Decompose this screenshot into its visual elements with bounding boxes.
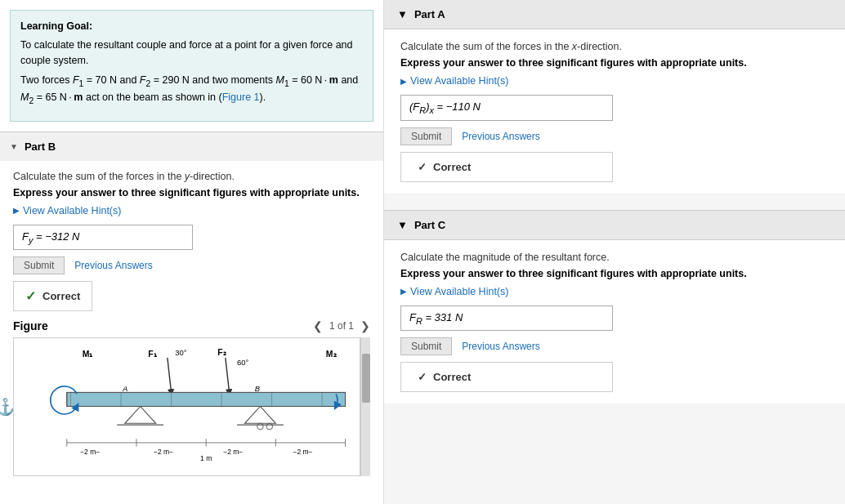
part-b-label: Part B (25, 140, 56, 153)
scrollbar-thumb[interactable] (362, 354, 370, 403)
part-b-check-icon: ✓ (25, 288, 36, 304)
part-c-correct-label: Correct (433, 371, 471, 383)
svg-text:30°: 30° (175, 348, 187, 357)
part-a-content: Calculate the sum of the forces in the x… (384, 29, 845, 194)
svg-marker-18 (125, 407, 156, 424)
learning-goal-title: Learning Goal: (20, 19, 363, 34)
part-c-instruction: Express your answer to three significant… (400, 268, 829, 279)
svg-text:M₂: M₂ (326, 350, 337, 359)
part-c-section: ▼ Part C Calculate the magnitude of the … (384, 210, 845, 404)
figure-title: Figure (13, 319, 48, 332)
svg-text:A: A (122, 384, 127, 393)
figure-section: Figure ❮ 1 of 1 ❯ ⚓ M₁ F₁ (13, 319, 370, 476)
learning-goal-box: Learning Goal: To calculate the resultan… (10, 10, 373, 122)
part-a-submit-button[interactable]: Submit (400, 127, 452, 145)
svg-text:−2 m−: −2 m− (80, 448, 100, 456)
figure-next-button[interactable]: ❯ (360, 319, 370, 332)
svg-point-23 (266, 423, 273, 430)
part-a-section: ▼ Part A Calculate the sum of the forces… (384, 0, 845, 194)
part-a-answer-field[interactable]: (FR)x = −110 N (400, 95, 613, 121)
part-c-content: Calculate the magnitude of the resultant… (384, 240, 845, 404)
learning-goal-text2: Two forces F1 = 70 N and F2 = 290 N and … (20, 73, 363, 107)
beam-figure: M₁ F₁ 30° F₂ 60° M₂ (20, 345, 353, 467)
figure-scrollbar[interactable] (360, 337, 370, 476)
svg-marker-20 (244, 407, 275, 424)
part-b-correct-badge: ✓ Correct (13, 281, 92, 311)
part-c-submit-row: Submit Previous Answers (400, 337, 829, 355)
figure-prev-button[interactable]: ❮ (313, 319, 323, 332)
part-c-arrow-icon: ▼ (397, 219, 408, 231)
part-a-instruction: Express your answer to three significant… (400, 57, 829, 69)
left-panel: Learning Goal: To calculate the resultan… (0, 0, 384, 504)
part-b-hint[interactable]: ▶ View Available Hint(s) (13, 205, 370, 216)
svg-line-6 (168, 358, 172, 393)
part-b-header[interactable]: ▼ Part B (0, 132, 383, 161)
part-a-header[interactable]: ▼ Part A (384, 0, 845, 29)
svg-rect-8 (67, 393, 346, 407)
part-a-hint-arrow-icon: ▶ (400, 77, 407, 86)
part-c-hint[interactable]: ▶ View Available Hint(s) (400, 286, 829, 297)
right-panel: ▼ Part A Calculate the sum of the forces… (384, 0, 845, 504)
part-a-hint[interactable]: ▶ View Available Hint(s) (400, 75, 829, 87)
part-c-answer-field[interactable]: FR = 331 N (400, 306, 613, 332)
part-c-submit-button[interactable]: Submit (400, 337, 452, 355)
svg-text:M₁: M₁ (83, 350, 93, 359)
svg-point-22 (257, 423, 264, 430)
part-a-previous-answers-link[interactable]: Previous Answers (462, 131, 539, 142)
svg-text:−2 m−: −2 m− (293, 448, 312, 456)
part-b-section: ▼ Part B Calculate the sum of the forces… (0, 132, 383, 487)
part-a-correct-label: Correct (433, 161, 471, 173)
part-c-description: Calculate the magnitude of the resultant… (400, 252, 829, 263)
part-b-previous-answers-link[interactable]: Previous Answers (74, 260, 152, 271)
part-b-arrow: ▼ (10, 142, 18, 151)
part-c-label: Part C (414, 219, 445, 231)
part-c-hint-arrow-icon: ▶ (400, 287, 407, 296)
part-a-submit-row: Submit Previous Answers (400, 127, 829, 145)
svg-text:F₁: F₁ (148, 350, 156, 359)
part-c-header[interactable]: ▼ Part C (384, 211, 845, 240)
part-c-check-icon: ✓ (418, 371, 427, 383)
hint-arrow-icon: ▶ (13, 206, 20, 215)
part-b-submit-button[interactable]: Submit (13, 256, 65, 274)
part-a-correct-badge: ✓ Correct (400, 152, 613, 182)
part-c-correct-badge: ✓ Correct (400, 362, 613, 392)
figure-nav: ❮ 1 of 1 ❯ (313, 319, 370, 332)
svg-text:−2 m−: −2 m− (223, 448, 243, 456)
part-b-correct-label: Correct (42, 290, 80, 302)
part-b-content: Calculate the sum of the forces in the y… (0, 161, 383, 487)
svg-text:−2 m−: −2 m− (154, 448, 173, 456)
part-a-arrow-icon: ▼ (397, 8, 408, 20)
figure-header: Figure ❮ 1 of 1 ❯ (13, 319, 370, 332)
svg-text:60°: 60° (237, 358, 249, 367)
svg-text:B: B (255, 384, 260, 393)
figure-page: 1 of 1 (329, 320, 354, 332)
svg-line-7 (226, 358, 230, 393)
part-a-description: Calculate the sum of the forces in the x… (400, 41, 829, 52)
part-c-previous-answers-link[interactable]: Previous Answers (462, 341, 539, 352)
part-b-submit-row: Submit Previous Answers (13, 256, 370, 274)
part-b-instruction: Express your answer to three significant… (13, 187, 370, 198)
part-b-description: Calculate the sum of the forces in the y… (13, 171, 370, 182)
figure-container: M₁ F₁ 30° F₂ 60° M₂ (13, 337, 360, 476)
svg-text:1 m: 1 m (200, 454, 212, 462)
part-a-check-icon: ✓ (418, 161, 427, 173)
svg-text:F₂: F₂ (217, 348, 226, 357)
learning-goal-text1: To calculate the resultant couple and fo… (20, 38, 363, 69)
part-b-answer-field[interactable]: Fy = −312 N (13, 225, 193, 251)
part-a-label: Part A (414, 8, 445, 20)
